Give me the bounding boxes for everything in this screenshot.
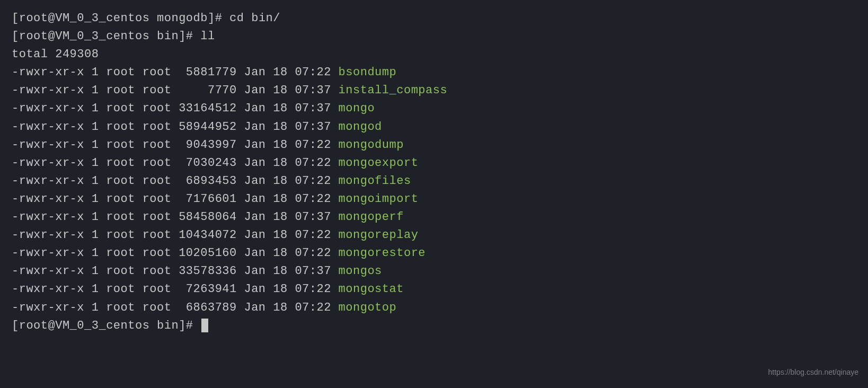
watermark: https://blog.csdn.net/qinaye [768, 367, 858, 378]
file-meta: -rwxr-xr-x 1 root root 10205160 Jan 18 0… [12, 246, 339, 260]
file-name: mongorestore [339, 246, 426, 260]
file-row: -rwxr-xr-x 1 root root 6893453 Jan 18 07… [12, 172, 856, 190]
file-meta: -rwxr-xr-x 1 root root 5881779 Jan 18 07… [12, 66, 339, 79]
file-name: mongoimport [339, 192, 419, 206]
file-row: -rwxr-xr-x 1 root root 10434072 Jan 18 0… [12, 226, 856, 244]
shell-command: cd bin/ [229, 12, 280, 25]
file-row: -rwxr-xr-x 1 root root 10205160 Jan 18 0… [12, 244, 856, 262]
file-row: -rwxr-xr-x 1 root root 7176601 Jan 18 07… [12, 190, 856, 208]
file-meta: -rwxr-xr-x 1 root root 7176601 Jan 18 07… [12, 192, 339, 206]
shell-prompt: [root@VM_0_3_centos bin]# [12, 319, 200, 332]
file-row: -rwxr-xr-x 1 root root 33164512 Jan 18 0… [12, 100, 856, 118]
file-row: -rwxr-xr-x 1 root root 7030243 Jan 18 07… [12, 154, 856, 172]
file-meta: -rwxr-xr-x 1 root root 7263941 Jan 18 07… [12, 283, 339, 296]
file-row: -rwxr-xr-x 1 root root 7263941 Jan 18 07… [12, 280, 856, 298]
file-name: mongos [339, 264, 382, 278]
file-meta: -rwxr-xr-x 1 root root 6863789 Jan 18 07… [12, 301, 339, 314]
file-name: mongoperf [339, 210, 404, 224]
cursor-icon [201, 319, 208, 332]
file-name: mongo [339, 102, 375, 115]
file-row: -rwxr-xr-x 1 root root 5881779 Jan 18 07… [12, 64, 856, 82]
file-meta: -rwxr-xr-x 1 root root 58944952 Jan 18 0… [12, 120, 339, 134]
file-name: mongostat [339, 283, 404, 296]
file-name: mongodump [339, 138, 404, 152]
file-row: -rwxr-xr-x 1 root root 9043997 Jan 18 07… [12, 136, 856, 154]
file-row: -rwxr-xr-x 1 root root 58944952 Jan 18 0… [12, 118, 856, 136]
prompt-line: [root@VM_0_3_centos bin]# ll [12, 28, 856, 46]
file-row: -rwxr-xr-x 1 root root 33578336 Jan 18 0… [12, 262, 856, 280]
file-name: install_compass [339, 84, 448, 97]
total-line: total 249308 [12, 46, 856, 64]
file-meta: -rwxr-xr-x 1 root root 7770 Jan 18 07:37 [12, 84, 339, 97]
terminal-output[interactable]: [root@VM_0_3_centos mongodb]# cd bin/[ro… [12, 10, 856, 335]
file-meta: -rwxr-xr-x 1 root root 58458064 Jan 18 0… [12, 210, 339, 224]
file-meta: -rwxr-xr-x 1 root root 33578336 Jan 18 0… [12, 264, 339, 278]
file-row: -rwxr-xr-x 1 root root 58458064 Jan 18 0… [12, 208, 856, 226]
file-name: mongofiles [339, 174, 411, 188]
file-meta: -rwxr-xr-x 1 root root 33164512 Jan 18 0… [12, 102, 339, 115]
file-name: mongoreplay [339, 228, 419, 242]
shell-command: ll [200, 30, 215, 43]
file-row: -rwxr-xr-x 1 root root 6863789 Jan 18 07… [12, 299, 856, 317]
file-row: -rwxr-xr-x 1 root root 7770 Jan 18 07:37… [12, 82, 856, 100]
file-meta: -rwxr-xr-x 1 root root 10434072 Jan 18 0… [12, 228, 339, 242]
prompt-line-active[interactable]: [root@VM_0_3_centos bin]# [12, 317, 856, 335]
file-meta: -rwxr-xr-x 1 root root 7030243 Jan 18 07… [12, 156, 339, 170]
file-meta: -rwxr-xr-x 1 root root 6893453 Jan 18 07… [12, 174, 339, 188]
shell-prompt: [root@VM_0_3_centos mongodb]# [12, 12, 229, 25]
file-meta: -rwxr-xr-x 1 root root 9043997 Jan 18 07… [12, 138, 339, 152]
file-name: bsondump [339, 66, 397, 79]
file-name: mongod [339, 120, 382, 134]
prompt-line: [root@VM_0_3_centos mongodb]# cd bin/ [12, 10, 856, 28]
file-name: mongotop [339, 301, 397, 314]
shell-prompt: [root@VM_0_3_centos bin]# [12, 30, 200, 43]
file-name: mongoexport [339, 156, 419, 170]
